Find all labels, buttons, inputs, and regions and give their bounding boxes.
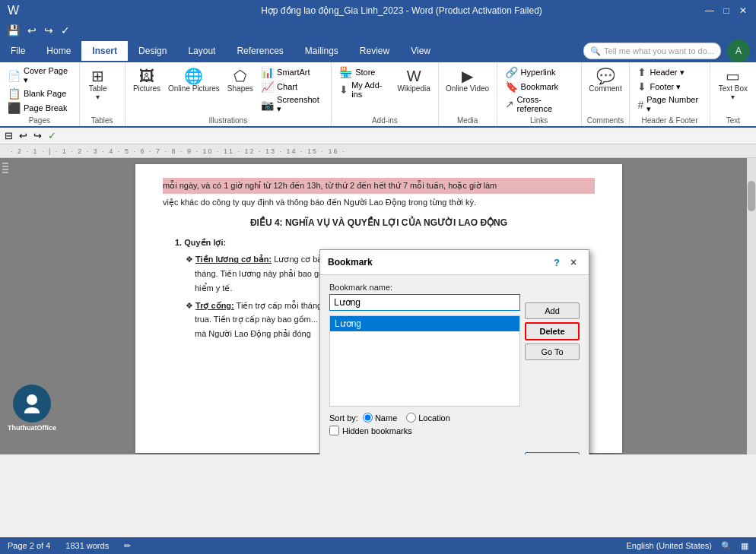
status-bar-right: English (United States) 🔍 ▦	[627, 541, 749, 551]
sort-options: Name Location	[363, 413, 450, 423]
go-to-button[interactable]: Go To	[525, 343, 580, 360]
header-btn[interactable]: ⬆ Header ▾	[634, 65, 704, 79]
text-box-btn[interactable]: ▭ Text Box ▾	[715, 65, 751, 103]
bookmark-name-label: Bookmark name:	[329, 283, 520, 292]
redo-icon[interactable]: ↪	[42, 24, 56, 37]
footer-btn[interactable]: ⬇ Footer ▾	[634, 80, 704, 93]
ribbon-group-illustrations: 🖼 Pictures 🌐 Online Pictures ⬠ Shapes 📊 …	[125, 62, 332, 126]
comment-btn[interactable]: 💬 Comment	[586, 65, 625, 95]
bookmark-icon: 🔖	[505, 81, 518, 93]
redo-quick[interactable]: ↪	[33, 130, 42, 141]
online-pictures-btn[interactable]: 🌐 Online Pictures	[165, 65, 222, 95]
ribbon-content: 📄 Cover Page ▾ 📋 Blank Page ⬛ Page Break…	[0, 62, 756, 128]
doc-heading: ĐIỀU 4: NGHĨA VỤ VÀ QUYỀN LỢI CỦA NGƯỜI …	[163, 215, 595, 230]
screenshot-icon: 📷	[261, 99, 274, 111]
tab-home[interactable]: Home	[36, 41, 81, 61]
bookmark-list-item-luong[interactable]: Lương	[330, 316, 519, 331]
ruler: · 2 · 1 · | · 1 · 2 · 3 · 4 · 5 · 6 · 7 …	[0, 144, 756, 158]
zoom-icon: 🔍	[721, 541, 732, 551]
logo-svg	[21, 392, 43, 415]
logo-area: ThuthuatOffice	[8, 385, 56, 432]
tab-insert[interactable]: Insert	[81, 41, 128, 61]
shapes-btn[interactable]: ⬠ Shapes	[224, 65, 257, 95]
wikipedia-label: Wikipedia	[397, 84, 430, 93]
maximize-btn[interactable]: □	[721, 5, 732, 16]
links-group-label: Links	[502, 115, 577, 125]
blank-page-btn[interactable]: 📋 Blank Page	[5, 87, 75, 100]
online-video-label: Online Video	[446, 84, 489, 93]
dialog-body: Bookmark name: Lương Sort by: Name	[320, 275, 589, 449]
minimize-btn[interactable]: —	[704, 5, 715, 16]
sort-location-radio[interactable]	[406, 413, 416, 423]
dialog-title-text: Bookmark	[328, 257, 373, 268]
my-addins-btn[interactable]: ⬇ My Add-ins	[336, 80, 392, 100]
hidden-bookmarks-checkbox[interactable]	[329, 426, 339, 435]
tab-mailings[interactable]: Mailings	[294, 41, 349, 61]
store-btn[interactable]: 🏪 Store	[336, 65, 392, 79]
my-addins-label: My Add-ins	[351, 81, 389, 99]
document-area: mỗi ngày, và có 1 giờ nghỉ từ 12h đến 13…	[0, 158, 756, 454]
cross-reference-btn[interactable]: ↗ Cross-reference	[502, 94, 577, 114]
page-break-btn[interactable]: ⬛ Page Break	[5, 101, 75, 115]
my-addins-icon: ⬇	[339, 84, 348, 96]
tab-review[interactable]: Review	[349, 41, 400, 61]
bookmark-btn[interactable]: 🔖 Bookmark	[502, 80, 577, 93]
save-icon[interactable]: 💾	[5, 24, 22, 37]
tab-design[interactable]: Design	[128, 41, 177, 61]
sort-location-option[interactable]: Location	[406, 413, 450, 423]
doc-line-1: mỗi ngày, và có 1 giờ nghỉ từ 12h đến 13…	[163, 178, 595, 194]
tables-group-label: Tables	[84, 115, 120, 125]
tell-me-bar[interactable]: 🔍 Tell me what you want to do...	[583, 43, 721, 59]
chart-btn[interactable]: 📈 Chart	[258, 80, 326, 93]
add-button[interactable]: Add	[525, 302, 580, 319]
online-video-btn[interactable]: ▶ Online Video	[443, 65, 492, 95]
dialog-help-btn[interactable]: ?	[554, 257, 560, 268]
table-btn[interactable]: ⊞ Table ▾	[84, 65, 112, 103]
close-button[interactable]: Close	[525, 452, 580, 454]
text-group-label: Text	[715, 115, 751, 125]
pictures-btn[interactable]: 🖼 Pictures	[130, 65, 164, 95]
undo-quick[interactable]: ↩	[19, 130, 27, 141]
undo-icon[interactable]: ↩	[25, 24, 39, 37]
ribbon-group-tables: ⊞ Table ▾ Tables	[80, 62, 125, 126]
smartart-btn[interactable]: 📊 SmartArt	[258, 65, 326, 79]
cover-page-icon: 📄	[8, 70, 21, 82]
chart-label: Chart	[277, 82, 297, 91]
sort-name-option[interactable]: Name	[363, 413, 397, 423]
bookmark-list[interactable]: Lương	[329, 315, 520, 407]
account-avatar[interactable]: A	[727, 40, 750, 62]
hyperlink-btn[interactable]: 🔗 Hyperlink	[502, 65, 577, 79]
dialog-close-btn[interactable]: ×	[566, 255, 581, 270]
scrollbar-thumb[interactable]	[748, 181, 755, 211]
check-icon[interactable]: ✓	[59, 24, 72, 37]
tab-file[interactable]: File	[0, 41, 36, 61]
ribbon-tabs: File Home Insert Design Layout Reference…	[0, 40, 756, 62]
delete-button[interactable]: Delete	[525, 322, 580, 340]
left-margin-icon[interactable]: ⊟	[5, 130, 13, 141]
ribbon-group-header-footer: ⬆ Header ▾ ⬇ Footer ▾ # Page Number ▾ He…	[630, 62, 710, 126]
tab-references[interactable]: References	[226, 41, 294, 61]
doc-section: 1. Quyền lợi:	[175, 236, 595, 250]
ribbon-group-pages: 📄 Cover Page ▾ 📋 Blank Page ⬛ Page Break…	[0, 62, 80, 126]
tab-view[interactable]: View	[400, 41, 441, 61]
cover-page-btn[interactable]: 📄 Cover Page ▾	[5, 65, 75, 86]
vertical-scrollbar[interactable]	[747, 158, 756, 454]
text-box-icon: ▭	[726, 68, 740, 84]
close-btn[interactable]: ✕	[738, 5, 748, 16]
pictures-label: Pictures	[133, 84, 160, 93]
wikipedia-btn[interactable]: W Wikipedia	[395, 65, 434, 95]
bookmark-name-input[interactable]	[329, 294, 520, 311]
window-title: Hợp đồng lao động_Gia Linh_2023 - Word (…	[99, 5, 704, 16]
dialog-title-bar: Bookmark ? ×	[320, 250, 589, 275]
sort-name-label: Name	[375, 413, 397, 423]
view-mode-icon: ▦	[741, 541, 748, 551]
header-icon: ⬆	[637, 66, 646, 78]
sort-name-radio[interactable]	[363, 413, 373, 423]
page-number-btn[interactable]: # Page Number ▾	[634, 94, 704, 115]
illustrations-group-label: Illustrations	[130, 115, 327, 125]
table-label: Table	[89, 84, 107, 93]
screenshot-btn[interactable]: 📷 Screenshot ▾	[258, 94, 326, 115]
check-quick[interactable]: ✓	[48, 130, 56, 141]
tab-layout[interactable]: Layout	[177, 41, 226, 61]
screenshot-label: Screenshot ▾	[277, 95, 323, 114]
